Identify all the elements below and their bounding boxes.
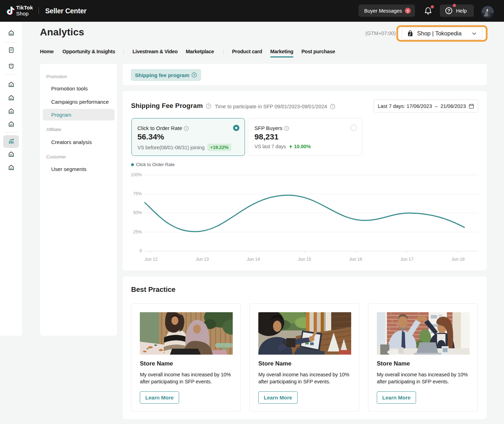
svg-text:?: ? (447, 8, 450, 13)
svg-text:?: ? (193, 73, 195, 77)
